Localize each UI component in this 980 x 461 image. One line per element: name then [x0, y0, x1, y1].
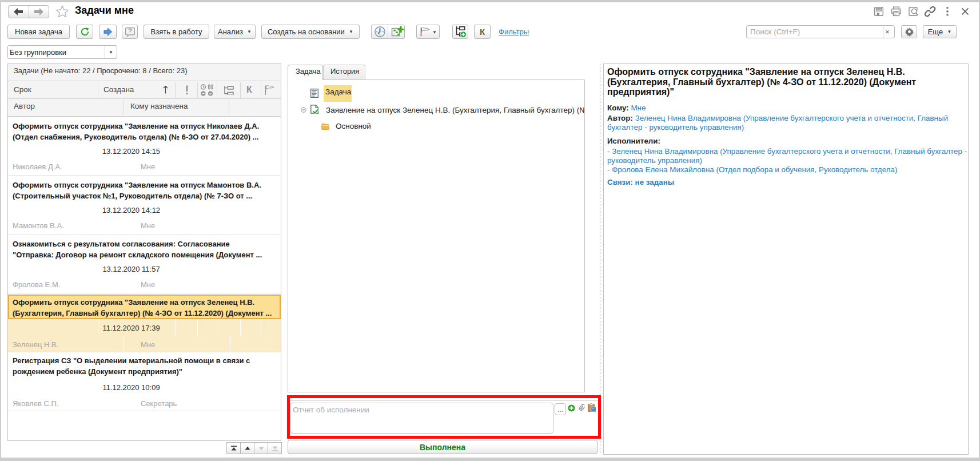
- svg-text:?: ?: [128, 27, 132, 34]
